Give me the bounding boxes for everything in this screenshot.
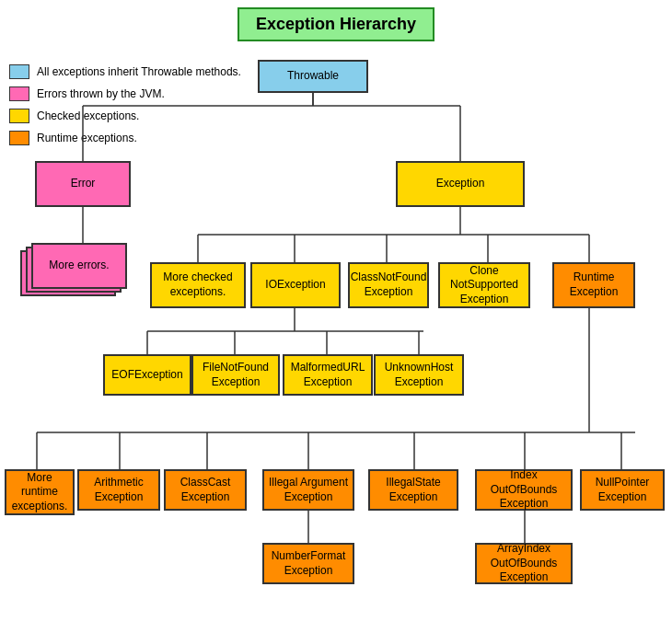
eofexception-node: EOFException <box>103 354 191 396</box>
ioexception-node: IOException <box>250 262 341 308</box>
classnotfound-node: ClassNotFound Exception <box>348 262 429 308</box>
classcast-node: ClassCast Exception <box>164 469 247 511</box>
filenotfound-node: FileNotFound Exception <box>191 354 280 396</box>
error-node: Error <box>35 161 131 207</box>
number-format-node: NumberFormat Exception <box>262 543 354 584</box>
legend-orange-box <box>9 131 29 145</box>
legend-orange-text: Runtime exceptions. <box>37 132 137 144</box>
legend-pink-text: Errors thrown by the JVM. <box>37 87 165 100</box>
legend-pink-box <box>9 86 29 101</box>
index-outofbounds-node: Index OutOfBounds Exception <box>475 469 573 511</box>
legend-yellow-text: Checked exceptions. <box>37 109 139 122</box>
more-checked-node: More checked exceptions. <box>150 262 246 308</box>
runtime-exception-node: Runtime Exception <box>552 262 635 308</box>
null-pointer-node: NullPointer Exception <box>580 469 665 511</box>
legend-yellow-box <box>9 109 29 123</box>
arithmetic-node: Arithmetic Exception <box>77 469 160 511</box>
throwable-node: Throwable <box>258 60 368 93</box>
legend-cyan-box <box>9 64 29 79</box>
illegal-state-node: IllegalState Exception <box>368 469 458 511</box>
illegal-argument-node: Illegal Argument Exception <box>262 469 354 511</box>
arrayindex-outofbounds-node: ArrayIndex OutOfBounds Exception <box>475 543 573 584</box>
unknownhost-node: UnknownHost Exception <box>374 354 464 396</box>
more-errors-node: More errors. <box>31 243 127 289</box>
exception-node: Exception <box>396 161 525 207</box>
legend-cyan-text: All exceptions inherit Throwable methods… <box>37 65 241 78</box>
legend: All exceptions inherit Throwable methods… <box>9 64 241 153</box>
more-runtime-node: More runtime exceptions. <box>5 469 75 515</box>
page-title: Exception Hierarchy <box>238 7 434 41</box>
malformedurl-node: MalformedURL Exception <box>283 354 373 396</box>
clone-notsupported-node: Clone NotSupported Exception <box>438 262 530 308</box>
